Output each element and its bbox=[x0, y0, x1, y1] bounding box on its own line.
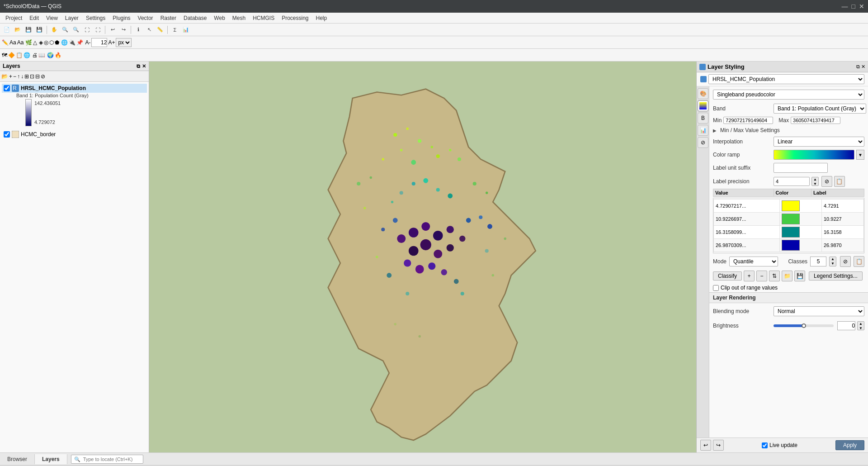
classes-reset-btn[interactable]: ⊘ bbox=[840, 256, 851, 267]
save-as-btn[interactable]: 💾 bbox=[34, 25, 44, 35]
classes-copy-btn[interactable]: 📋 bbox=[854, 256, 864, 267]
color-swatch[interactable] bbox=[782, 227, 800, 238]
hrsl-checkbox[interactable] bbox=[4, 85, 10, 91]
pan-map-btn[interactable]: ✋ bbox=[49, 25, 59, 35]
zoom-layer-btn[interactable]: ⛶ bbox=[93, 25, 103, 35]
layers-up-btn[interactable]: ↑ bbox=[17, 73, 20, 80]
brightness-up[interactable]: ▲ bbox=[858, 322, 864, 326]
menu-item-hcmgis[interactable]: HCMGIS bbox=[249, 14, 278, 22]
precision-up[interactable]: ▲ bbox=[812, 177, 818, 182]
menu-item-project[interactable]: Project bbox=[2, 14, 26, 22]
layers-close-icon[interactable]: ✕ bbox=[142, 63, 146, 69]
live-update-checkbox[interactable] bbox=[762, 442, 768, 448]
locate-input[interactable] bbox=[71, 455, 143, 464]
color-ramp-arrow[interactable]: ▼ bbox=[856, 150, 864, 160]
styling-close-icon[interactable]: ✕ bbox=[861, 64, 865, 70]
color-ramp-swatch[interactable] bbox=[774, 150, 854, 160]
layers-tab[interactable]: Layers bbox=[35, 454, 67, 464]
precision-spinner[interactable]: ▲ ▼ bbox=[811, 177, 819, 186]
style-tab-mask[interactable]: ⊘ bbox=[698, 137, 708, 148]
undo-btn[interactable]: ↩ bbox=[108, 25, 118, 35]
redo-style-btn[interactable]: ↪ bbox=[713, 440, 724, 451]
menu-item-help[interactable]: Help bbox=[312, 14, 331, 22]
zoom-out-btn[interactable]: 🔍 bbox=[71, 25, 81, 35]
shape-btn[interactable]: ⬟ bbox=[55, 39, 59, 46]
font-size-input[interactable] bbox=[91, 38, 107, 47]
menu-item-processing[interactable]: Processing bbox=[278, 14, 312, 22]
classes-down[interactable]: ▼ bbox=[830, 262, 836, 266]
georef-btn[interactable]: 📌 bbox=[76, 39, 83, 46]
menu-item-vector[interactable]: Vector bbox=[134, 14, 157, 22]
histogram-btn[interactable]: 📊 bbox=[181, 25, 191, 35]
menu-item-view[interactable]: View bbox=[42, 14, 61, 22]
color-table-row[interactable]: 26.9870309... 26.9870 bbox=[714, 239, 864, 252]
blending-select[interactable]: Normal bbox=[774, 306, 864, 316]
browser-tab[interactable]: Browser bbox=[0, 454, 35, 464]
menu-item-plugins[interactable]: Plugins bbox=[109, 14, 134, 22]
calculator-btn[interactable]: Σ bbox=[170, 25, 180, 35]
add-raster-btn[interactable]: 🗺 bbox=[2, 52, 7, 58]
close-btn[interactable]: ✕ bbox=[859, 3, 864, 10]
color-swatch[interactable] bbox=[782, 214, 800, 224]
redo-btn[interactable]: ↪ bbox=[118, 25, 128, 35]
color-swatch[interactable] bbox=[782, 200, 800, 211]
node-btn[interactable]: ⬡ bbox=[49, 39, 54, 46]
color-cell[interactable] bbox=[779, 239, 821, 252]
qgis2web-btn[interactable]: 🌍 bbox=[47, 52, 54, 58]
classify-button[interactable]: Classify bbox=[713, 271, 742, 281]
menu-item-settings[interactable]: Settings bbox=[82, 14, 109, 22]
precision-copy-btn[interactable]: 📋 bbox=[834, 176, 845, 187]
invert-btn[interactable]: ⇅ bbox=[769, 271, 780, 281]
layers-group-btn[interactable]: ⊞ bbox=[24, 73, 29, 80]
undo-style-btn[interactable]: ↩ bbox=[700, 440, 711, 451]
color-cell[interactable] bbox=[779, 200, 821, 213]
font-inc-btn[interactable]: A+ bbox=[108, 39, 115, 46]
plugin-btn[interactable]: 🔌 bbox=[69, 39, 75, 46]
composer-btn[interactable]: 🖨 bbox=[32, 52, 38, 58]
color-table-row[interactable]: 4.72907217... 4.7291 bbox=[714, 200, 864, 213]
snap2-btn[interactable]: ◎ bbox=[44, 39, 48, 46]
style-tab-band[interactable]: B bbox=[698, 113, 708, 124]
layers-expand-btn[interactable]: ⊡ bbox=[30, 73, 34, 80]
color-cell[interactable] bbox=[779, 213, 821, 226]
snap-btn[interactable]: ◈ bbox=[39, 39, 43, 46]
layer-item-hrsl[interactable]: R HRSL_HCMC_Population bbox=[2, 84, 147, 93]
minmax-expand-icon[interactable]: ▶ bbox=[713, 128, 717, 133]
clip-checkbox[interactable] bbox=[713, 285, 719, 291]
layers-filter-btn[interactable]: ⊘ bbox=[41, 73, 45, 80]
zoom-in-btn[interactable]: 🔍 bbox=[60, 25, 70, 35]
interpolation-select[interactable]: Linear bbox=[774, 137, 864, 147]
maximize-btn[interactable]: □ bbox=[852, 3, 855, 10]
measure-btn[interactable]: 📏 bbox=[155, 25, 165, 35]
minimize-btn[interactable]: — bbox=[842, 3, 848, 10]
open-project-btn[interactable]: 📂 bbox=[13, 25, 23, 35]
min-input[interactable] bbox=[723, 117, 773, 124]
zoom-full-btn[interactable]: ⛶ bbox=[82, 25, 92, 35]
brightness-value-input[interactable] bbox=[837, 321, 855, 330]
menu-item-mesh[interactable]: Mesh bbox=[229, 14, 249, 22]
band-select[interactable]: Band 1: Population Count (Gray) bbox=[774, 104, 866, 114]
terrain-btn[interactable]: △ bbox=[33, 39, 37, 46]
precision-reset-btn[interactable]: ⊘ bbox=[821, 176, 832, 187]
layers-add-btn[interactable]: + bbox=[9, 73, 12, 80]
menu-item-edit[interactable]: Edit bbox=[26, 14, 42, 22]
style-tab-pseudo[interactable] bbox=[698, 100, 708, 111]
add-class-btn[interactable]: + bbox=[744, 271, 755, 281]
heatmap-btn[interactable]: 🔥 bbox=[55, 52, 61, 58]
identify-btn[interactable]: ℹ bbox=[133, 25, 143, 35]
map-canvas[interactable] bbox=[149, 62, 696, 452]
remove-class-btn[interactable]: − bbox=[756, 271, 767, 281]
color-table-row[interactable]: 16.3158099... 16.3158 bbox=[714, 226, 864, 239]
hcmc-checkbox[interactable] bbox=[4, 131, 10, 138]
layers-collapse-btn[interactable]: ⊟ bbox=[35, 73, 40, 80]
style-tab-histogram[interactable]: 📊 bbox=[698, 125, 708, 136]
precision-down[interactable]: ▼ bbox=[812, 182, 818, 186]
add-csv-btn[interactable]: 📋 bbox=[16, 52, 23, 58]
menu-item-raster[interactable]: Raster bbox=[157, 14, 180, 22]
save-project-btn[interactable]: 💾 bbox=[24, 25, 33, 35]
add-vector-btn[interactable]: 🔶 bbox=[8, 52, 15, 58]
select-btn[interactable]: ↖ bbox=[144, 25, 154, 35]
brightness-track[interactable] bbox=[774, 324, 834, 327]
style-tab-paint[interactable]: 🎨 bbox=[698, 88, 708, 99]
font-dec-btn[interactable]: A- bbox=[85, 39, 90, 46]
